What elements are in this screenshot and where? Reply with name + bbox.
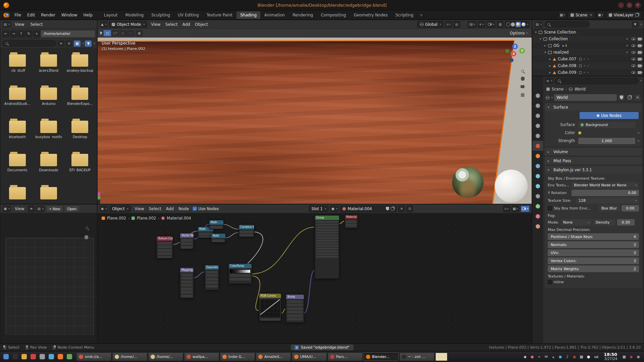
workspace-tab[interactable]: Geometry Nodes	[350, 11, 391, 19]
select-mode-tweak-icon[interactable]: □	[104, 30, 111, 36]
overlays-icon[interactable]: ▾	[486, 21, 496, 28]
folder-item[interactable]: Desktop	[64, 118, 96, 151]
launcher-settings-icon[interactable]	[38, 353, 46, 361]
workspace-tab[interactable]: Compositing	[317, 11, 350, 19]
folder-item[interactable]: _cb_stuff	[2, 52, 33, 85]
taskbar-window-button[interactable]: Blender...	[364, 353, 398, 361]
babylon-panel-header[interactable]: ▾Babylon.js ver 3.3.1	[545, 166, 642, 174]
menu-item[interactable]: Add	[164, 206, 176, 212]
disable-render-icon[interactable]	[638, 71, 642, 74]
snap-magnet-icon[interactable]: ∪▾	[503, 205, 510, 212]
tray-icon[interactable]: ●	[530, 354, 535, 359]
number-slider[interactable]: Normals:3	[548, 241, 639, 248]
surface-panel-header[interactable]: ▾Surface	[545, 103, 642, 111]
shader-type-dropdown[interactable]: Object▾	[109, 205, 131, 212]
display-thumbnails-icon[interactable]: ▦	[74, 41, 80, 47]
node-header[interactable]: Vector Math	[180, 233, 194, 238]
properties-tab-world[interactable]	[532, 141, 543, 151]
exclude-checkbox[interactable]: ✓	[625, 44, 629, 48]
number-slider[interactable]: UVs:3	[548, 249, 639, 256]
properties-tab-constraints[interactable]	[532, 191, 543, 201]
shader-node[interactable]: Math	[211, 233, 226, 243]
shader-node[interactable]: Group	[315, 215, 339, 279]
properties-tab-modifiers[interactable]	[532, 161, 543, 171]
display-list-icon[interactable]: ≡	[58, 41, 64, 47]
tray-icon[interactable]: ◆	[523, 354, 528, 359]
taskbar-window-button[interactable]: UMA/U...	[292, 353, 327, 361]
shading-rendered-icon[interactable]	[522, 22, 526, 26]
folder-item[interactable]: BlenderExpo...	[64, 85, 96, 118]
hide-eye-icon[interactable]	[631, 51, 636, 54]
menu-item[interactable]: Render	[38, 11, 58, 19]
disable-render-icon[interactable]	[638, 64, 642, 67]
properties-tab-view-layer[interactable]	[532, 121, 543, 131]
visibility-icon[interactable]: ▾	[468, 21, 477, 28]
outliner-row[interactable]: ▾Scene Collection	[532, 29, 644, 36]
browse-material-icon[interactable]: ●▾	[330, 205, 338, 212]
folder-item[interactable]: EFI_BACKUP	[64, 151, 96, 184]
folder-item[interactable]: Downloads	[33, 151, 64, 184]
menu-item[interactable]: Node	[176, 206, 191, 212]
launcher-files-icon[interactable]	[20, 353, 28, 361]
node-header[interactable]: Separate XYZ	[205, 265, 219, 269]
workspace-tab[interactable]: Scripting	[392, 11, 417, 19]
outliner-row[interactable]: ▸Cube.009✓✓	[532, 69, 644, 76]
y-rotation-field[interactable]: 0.00	[572, 190, 639, 196]
tray-icon[interactable]: ●	[586, 354, 591, 359]
curve-widget[interactable]	[260, 299, 280, 317]
display-mode-chevron-icon[interactable]: ▾	[83, 42, 84, 45]
skybox-from-env-checkbox[interactable]	[548, 206, 552, 210]
menu-item[interactable]: Help	[80, 11, 95, 19]
axis-y-handle[interactable]: Y	[519, 48, 525, 54]
node-header[interactable]: Bump	[286, 295, 304, 299]
strength-field[interactable]: 1.000	[578, 138, 635, 144]
workspace-tab[interactable]: Shading	[236, 11, 260, 19]
filter-funnel-icon[interactable]: ▼	[632, 21, 639, 27]
tray-icon[interactable]: ▦	[579, 354, 584, 359]
editor-type-icon[interactable]: ▣▾	[2, 205, 11, 212]
maximize-button[interactable]: □	[627, 2, 632, 8]
axis-x-handle[interactable]: X	[511, 51, 517, 57]
launcher-browser-icon[interactable]	[47, 353, 55, 361]
properties-tab-particles[interactable]	[532, 171, 543, 181]
menu-item[interactable]: View	[132, 206, 146, 212]
fake-user-shield-icon[interactable]	[386, 207, 389, 211]
node-header[interactable]: Math	[209, 220, 223, 225]
keyboard-layout-indicator[interactable]: us	[594, 355, 599, 359]
workspace-tab[interactable]: UV Editing	[174, 11, 203, 19]
use-nodes-button[interactable]: Use Nodes	[580, 112, 639, 119]
folder-item[interactable]: anakey-backup	[64, 52, 96, 85]
refresh-button[interactable]: ↻	[25, 31, 32, 37]
box-blur-field[interactable]: 0.00	[622, 205, 639, 212]
launcher-chat-icon[interactable]	[65, 353, 73, 361]
node-header[interactable]: Combine XYZ	[239, 225, 254, 229]
taskbar-window-button[interactable]: Pars...	[328, 353, 363, 361]
shader-node[interactable]: Mapping	[180, 267, 194, 298]
workspace-tab[interactable]: Animation	[261, 11, 288, 19]
properties-tab-render[interactable]	[532, 101, 543, 111]
properties-tab-object-data[interactable]	[532, 201, 543, 211]
zoom-icon[interactable]	[86, 227, 88, 229]
menu-view[interactable]: View	[12, 21, 26, 27]
launcher-terminal-icon[interactable]	[11, 353, 19, 361]
shader-node[interactable]: Math	[209, 220, 224, 229]
shading-wireframe-icon[interactable]	[506, 22, 510, 26]
clock[interactable]: 18:50 3/27/24	[604, 352, 617, 361]
hide-eye-icon[interactable]	[631, 58, 636, 60]
outliner-row[interactable]: ▾Collection✓	[532, 36, 644, 42]
orientation-dropdown[interactable]: Global▾	[417, 21, 444, 28]
disclosure-triangle-icon[interactable]: ▾	[538, 37, 543, 41]
menu-view[interactable]: View	[12, 206, 26, 212]
disable-render-icon[interactable]	[638, 44, 642, 47]
search-input[interactable]	[2, 40, 56, 47]
folder-item[interactable]: Arduino	[33, 85, 64, 118]
fog-mode-dropdown[interactable]: None ▾	[561, 219, 592, 226]
snap-magnet-icon[interactable]: ∪▾	[445, 21, 452, 28]
disclosure-triangle-icon[interactable]: ▸	[548, 71, 552, 74]
editor-type-icon[interactable]: ▤▾	[2, 21, 11, 28]
properties-tab-output[interactable]	[532, 111, 543, 121]
overlays-icon[interactable]: ▾	[521, 205, 530, 212]
exclude-checkbox[interactable]: ✓	[625, 37, 629, 41]
launcher-firefox-icon[interactable]	[56, 353, 64, 361]
tray-icon[interactable]: ●	[636, 354, 641, 359]
